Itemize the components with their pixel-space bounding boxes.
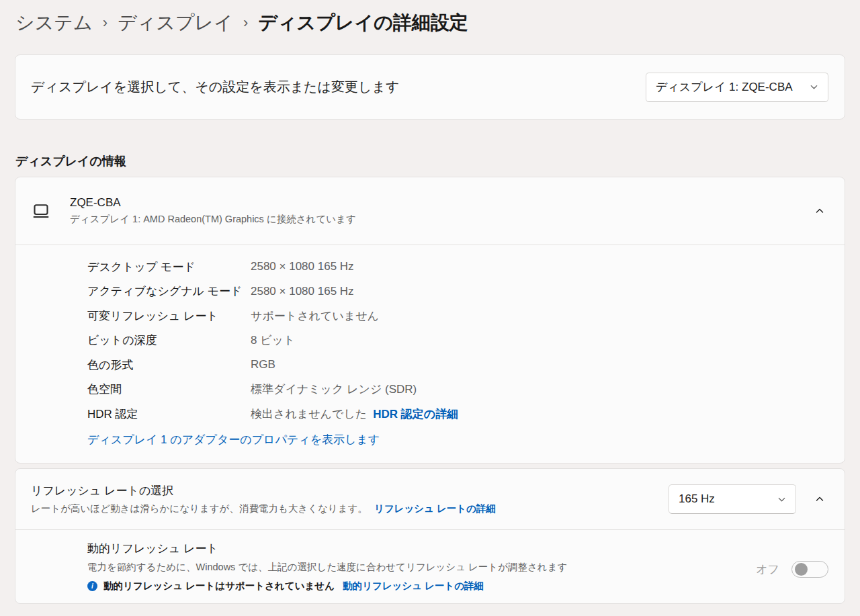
- dynamic-refresh-rate-section: 動的リフレッシュ レート 電力を節約するために、Windows では、上記の選択…: [15, 530, 845, 603]
- collapse-expander-button[interactable]: [811, 202, 828, 220]
- refresh-rate-description-text: レートが高いほど動きは滑らかになりますが、消費電力も大きくなります。: [31, 503, 368, 514]
- breadcrumb-item-display[interactable]: ディスプレイ: [118, 10, 233, 36]
- display-name: ZQE-CBA: [70, 196, 356, 210]
- spec-label: 色の形式: [87, 357, 251, 373]
- spec-value: 検出されませんでした: [251, 406, 367, 422]
- spec-label: 可変リフレッシュ レート: [87, 308, 251, 324]
- table-row: 可変リフレッシュ レート サポートされていません: [87, 304, 828, 328]
- table-row: デスクトップ モード 2580 × 1080 165 Hz: [87, 255, 828, 279]
- dynamic-refresh-toggle-group: オフ: [756, 561, 828, 578]
- collapse-expander-button[interactable]: [811, 490, 828, 508]
- display-info-section-title: ディスプレイの情報: [15, 155, 860, 168]
- spec-value: サポートされていません: [251, 308, 379, 324]
- page-title: ディスプレイの詳細設定: [258, 10, 468, 36]
- refresh-rate-description: レートが高いほど動きは滑らかになりますが、消費電力も大きくなります。 リフレッシ…: [31, 502, 496, 515]
- display-selector-label: ディスプレイを選択して、その設定を表示または変更します: [31, 78, 399, 96]
- refresh-rate-dropdown[interactable]: 165 Hz: [669, 484, 796, 514]
- toggle-knob: [795, 563, 808, 576]
- breadcrumb-item-system[interactable]: システム: [15, 10, 93, 36]
- display-selector-dropdown[interactable]: ディスプレイ 1: ZQE-CBA: [646, 73, 828, 102]
- breadcrumb: システム › ディスプレイ › ディスプレイの詳細設定: [0, 0, 860, 39]
- table-row: 色空間 標準ダイナミック レンジ (SDR): [87, 378, 828, 402]
- spec-value: 標準ダイナミック レンジ (SDR): [251, 382, 417, 397]
- spec-value: 2580 × 1080 165 Hz: [251, 260, 354, 273]
- table-row: HDR 認定 検出されませんでした HDR 認定の詳細: [87, 402, 828, 427]
- spec-label: HDR 認定: [87, 406, 251, 422]
- display-info-card: ZQE-CBA ディスプレイ 1: AMD Radeon(TM) Graphic…: [15, 177, 845, 464]
- dynamic-refresh-toggle[interactable]: [791, 561, 828, 578]
- spec-value: 8 ビット: [251, 333, 295, 348]
- dynamic-refresh-rate-details-link[interactable]: 動的リフレッシュ レートの詳細: [343, 580, 484, 592]
- table-row: 色の形式 RGB: [87, 353, 828, 378]
- dynamic-refresh-rate-description: 電力を節約するために、Windows では、上記の選択した速度に合わせてリフレッ…: [87, 561, 567, 574]
- spec-label: ビットの深度: [87, 333, 251, 348]
- display-info-details: デスクトップ モード 2580 × 1080 165 Hz アクティブなシグナル…: [15, 245, 845, 463]
- display-selector-dropdown-value: ディスプレイ 1: ZQE-CBA: [656, 79, 793, 95]
- display-info-header-text: ZQE-CBA ディスプレイ 1: AMD Radeon(TM) Graphic…: [70, 196, 356, 226]
- chevron-down-icon: [810, 83, 818, 91]
- advanced-display-settings-page: システム › ディスプレイ › ディスプレイの詳細設定 ディスプレイを選択して、…: [0, 0, 860, 616]
- chevron-down-icon: [777, 495, 786, 504]
- refresh-rate-card: リフレッシュ レートの選択 レートが高いほど動きは滑らかになりますが、消費電力も…: [15, 468, 845, 604]
- refresh-rate-expander-header[interactable]: リフレッシュ レートの選択 レートが高いほど動きは滑らかになりますが、消費電力も…: [15, 469, 845, 529]
- toggle-state-label: オフ: [756, 562, 779, 577]
- display-connection-subtitle: ディスプレイ 1: AMD Radeon(TM) Graphics に接続されて…: [70, 213, 356, 226]
- table-row: アクティブなシグナル モード 2580 × 1080 165 Hz: [87, 279, 828, 304]
- refresh-rate-header-text: リフレッシュ レートの選択 レートが高いほど動きは滑らかになりますが、消費電力も…: [31, 483, 496, 515]
- laptop-display-icon: [31, 202, 51, 220]
- spec-value: RGB: [251, 358, 275, 371]
- dynamic-refresh-rate-title: 動的リフレッシュ レート: [87, 541, 567, 556]
- hdr-certification-details-link[interactable]: HDR 認定の詳細: [373, 406, 458, 422]
- spec-value: 2580 × 1080 165 Hz: [251, 285, 354, 298]
- refresh-rate-details-link[interactable]: リフレッシュ レートの詳細: [374, 503, 496, 514]
- refresh-rate-title: リフレッシュ レートの選択: [31, 483, 496, 498]
- display-info-expander-header[interactable]: ZQE-CBA ディスプレイ 1: AMD Radeon(TM) Graphic…: [15, 177, 845, 245]
- info-icon: i: [87, 581, 97, 591]
- display-selector-card: ディスプレイを選択して、その設定を表示または変更します ディスプレイ 1: ZQ…: [15, 54, 845, 120]
- dynamic-refresh-rate-text: 動的リフレッシュ レート 電力を節約するために、Windows では、上記の選択…: [87, 541, 567, 603]
- chevron-right-icon: ›: [243, 13, 248, 32]
- refresh-rate-dropdown-value: 165 Hz: [679, 492, 715, 506]
- spec-label: デスクトップ モード: [87, 259, 251, 275]
- spec-label: 色空間: [87, 382, 251, 397]
- adapter-properties-link[interactable]: ディスプレイ 1 のアダプターのプロパティを表示します: [87, 432, 380, 447]
- spec-label: アクティブなシグナル モード: [87, 283, 251, 299]
- dynamic-refresh-rate-status: i 動的リフレッシュ レートはサポートされていません 動的リフレッシュ レートの…: [87, 580, 567, 592]
- dynamic-refresh-rate-status-text: 動的リフレッシュ レートはサポートされていません: [103, 580, 335, 592]
- table-row: ビットの深度 8 ビット: [87, 328, 828, 353]
- refresh-rate-controls: 165 Hz: [669, 484, 828, 514]
- chevron-right-icon: ›: [103, 13, 108, 32]
